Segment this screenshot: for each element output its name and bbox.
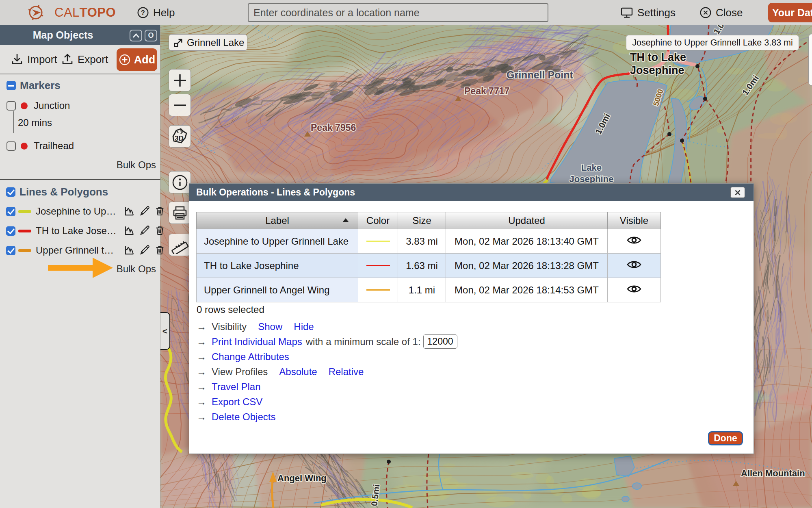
print-button[interactable] xyxy=(169,202,191,224)
right-panel-edge[interactable] xyxy=(808,34,812,86)
row-color-swatch xyxy=(366,265,390,267)
visible-eye-icon[interactable] xyxy=(627,284,641,294)
delete-trash-icon[interactable] xyxy=(155,245,165,255)
dialog-header: Bulk Operations - Lines & Polygons xyxy=(189,184,754,201)
table-row[interactable]: Josephine to Upper Grinnell Lake 3.83 mi… xyxy=(197,229,661,254)
row-visible-cell[interactable] xyxy=(608,254,661,278)
line-item-2[interactable]: Upper Grinnell t… xyxy=(6,245,157,256)
zoom-in-button[interactable] xyxy=(169,69,191,91)
search-input[interactable] xyxy=(248,3,548,22)
zoom-out-button[interactable] xyxy=(169,94,191,116)
print-individual-maps-link[interactable]: Print Individual Maps xyxy=(212,336,302,347)
markers-bulk-ops-link[interactable]: Bulk Ops xyxy=(117,159,156,171)
lines-title: Lines & Polygons xyxy=(19,186,108,198)
column-header-text: Updated xyxy=(508,215,545,226)
junction-marker-dot xyxy=(21,102,28,109)
profile-icon[interactable] xyxy=(123,225,135,236)
lines-checkbox[interactable] xyxy=(6,187,15,197)
sidebar-collapse-tab[interactable]: < xyxy=(160,312,170,350)
settings-button[interactable]: Settings xyxy=(620,0,676,25)
lines-bulk-ops-link[interactable]: Bulk Ops xyxy=(117,263,156,275)
row-label-cell[interactable]: TH to Lake Josephine xyxy=(197,254,358,278)
markers-checkbox[interactable] xyxy=(6,81,16,90)
visibility-label: Visibility xyxy=(212,321,247,332)
settings-label: Settings xyxy=(637,7,676,19)
row-label-cell[interactable]: Josephine to Upper Grinnell Lake xyxy=(197,229,358,254)
bulk-operations-dialog: Bulk Operations - Lines & Polygons Label… xyxy=(189,183,754,454)
three-d-button[interactable]: 3D xyxy=(169,125,191,148)
line-0-checkbox[interactable] xyxy=(6,207,15,216)
trailhead-marker-dot xyxy=(21,143,28,150)
column-header-visible[interactable]: Visible xyxy=(608,212,661,229)
show-link[interactable]: Show xyxy=(258,321,282,332)
dialog-title: Bulk Operations - Lines & Polygons xyxy=(196,187,355,198)
delete-objects-link[interactable]: Delete Objects xyxy=(212,411,275,423)
visible-eye-icon[interactable] xyxy=(627,260,641,269)
your-data-button[interactable]: Your Data xyxy=(768,3,812,22)
column-header-updated[interactable]: Updated xyxy=(446,212,608,229)
row-color-cell xyxy=(358,278,398,302)
line-item-1[interactable]: TH to Lake Jose… xyxy=(6,225,157,237)
edit-pencil-icon[interactable] xyxy=(139,245,150,255)
relative-link[interactable]: Relative xyxy=(329,366,364,378)
help-button[interactable]: ? Help xyxy=(137,0,175,25)
trailhead-checkbox[interactable] xyxy=(6,141,16,151)
column-header-size[interactable]: Size xyxy=(398,212,446,229)
travel-plan-link[interactable]: Travel Plan xyxy=(212,381,261,393)
panel-objects-button[interactable]: O xyxy=(145,30,157,41)
op-export-csv: → Export CSV xyxy=(197,394,457,409)
row-size-cell: 3.83 mi xyxy=(398,229,446,254)
line-item-0[interactable]: Josephine to Up… xyxy=(6,206,157,217)
hide-link[interactable]: Hide xyxy=(294,321,314,332)
visible-eye-icon[interactable] xyxy=(627,235,641,245)
change-attributes-link[interactable]: Change Attributes xyxy=(212,351,289,363)
delete-trash-icon[interactable] xyxy=(155,225,165,236)
table-row[interactable]: TH to Lake Josephine 1.63 mi Mon, 02 Mar… xyxy=(197,254,661,278)
line-2-checkbox[interactable] xyxy=(6,246,15,255)
export-button[interactable]: Export xyxy=(61,53,108,66)
row-visible-cell[interactable] xyxy=(608,229,661,254)
top-bar: CALTOPO ? Help Settings Close Your Data xyxy=(0,0,812,25)
row-label-cell[interactable]: Upper Grinnell to Angel Wing xyxy=(197,278,358,302)
row-updated-cell: Mon, 02 Mar 2026 18:13:40 GMT xyxy=(446,229,608,254)
min-scale-input[interactable] xyxy=(423,334,457,349)
absolute-link[interactable]: Absolute xyxy=(279,366,317,378)
map-title-button[interactable]: Grinnell Lake xyxy=(169,34,247,51)
marker-item-trailhead[interactable]: Trailhead xyxy=(6,140,74,152)
measure-button[interactable] xyxy=(169,234,191,256)
column-header-label[interactable]: Label xyxy=(197,212,358,229)
caltopo-logo[interactable]: CALTOPO xyxy=(27,4,116,22)
delete-trash-icon[interactable] xyxy=(155,206,165,216)
minus-icon xyxy=(173,98,187,113)
junction-checkbox[interactable] xyxy=(6,101,16,111)
ruler-icon xyxy=(171,236,189,254)
export-label: Export xyxy=(78,53,108,66)
op-visibility: → Visibility Show Hide xyxy=(197,319,457,334)
line-0-swatch xyxy=(18,210,31,213)
marker-item-junction[interactable]: Junction xyxy=(6,100,70,111)
map-title-label: Grinnell Lake xyxy=(187,37,244,48)
add-plus-icon xyxy=(119,54,131,66)
panel-collapse-button[interactable] xyxy=(130,30,142,41)
line-item-actions xyxy=(123,245,165,255)
profile-icon[interactable] xyxy=(123,206,135,216)
dialog-close-button[interactable] xyxy=(730,187,745,198)
map-info-button[interactable] xyxy=(169,171,191,193)
import-button[interactable]: Import xyxy=(11,53,57,66)
table-row[interactable]: Upper Grinnell to Angel Wing 1.1 mi Mon,… xyxy=(197,278,661,302)
add-button[interactable]: Add xyxy=(117,48,157,71)
help-icon: ? xyxy=(137,7,149,19)
chevron-up-icon xyxy=(132,33,140,39)
brand-topo: TOPO xyxy=(80,5,116,20)
line-1-checkbox[interactable] xyxy=(6,226,15,236)
export-csv-link[interactable]: Export CSV xyxy=(212,396,262,408)
row-visible-cell[interactable] xyxy=(608,278,661,302)
done-button[interactable]: Done xyxy=(708,431,743,445)
object-actions-row: Import Export Add xyxy=(0,45,160,74)
edit-pencil-icon[interactable] xyxy=(139,206,150,216)
profile-icon[interactable] xyxy=(123,245,135,255)
op-change-attributes: → Change Attributes xyxy=(197,349,457,364)
column-header-color[interactable]: Color xyxy=(358,212,398,229)
edit-pencil-icon[interactable] xyxy=(139,225,150,236)
close-button[interactable]: Close xyxy=(699,0,743,25)
